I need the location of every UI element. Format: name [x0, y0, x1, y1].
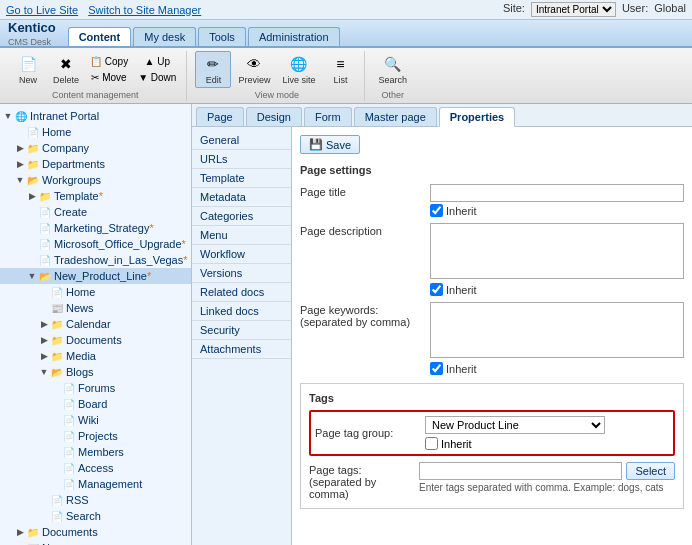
- nav-security[interactable]: Security: [192, 321, 291, 340]
- home-label: Home: [42, 126, 71, 138]
- sidebar-item-create[interactable]: ▶ 📄 Create: [0, 204, 191, 220]
- tab-tools[interactable]: Tools: [198, 27, 246, 46]
- new-button[interactable]: 📄 New: [10, 51, 46, 88]
- down-button[interactable]: ▼ Down: [134, 70, 180, 85]
- nav-template[interactable]: Template: [192, 169, 291, 188]
- workgroups-toggle[interactable]: ▼: [14, 175, 26, 185]
- tab-design[interactable]: Design: [246, 107, 302, 126]
- nav-menu[interactable]: Menu: [192, 226, 291, 245]
- tab-my-desk[interactable]: My desk: [133, 27, 196, 46]
- nav-linked-docs[interactable]: Linked docs: [192, 302, 291, 321]
- sidebar-item-workgroups[interactable]: ▼ 📂 Workgroups: [0, 172, 191, 188]
- page-title-input[interactable]: [430, 184, 684, 202]
- sidebar-item-news-root[interactable]: ▶ 📰 News: [0, 540, 191, 545]
- live-site-button[interactable]: 🌐 Live site: [277, 51, 320, 88]
- sidebar-item-media-npl[interactable]: ▶ 📁 Media: [0, 348, 191, 364]
- nav-related-docs[interactable]: Related docs: [192, 283, 291, 302]
- preview-button[interactable]: 👁 Preview: [233, 51, 275, 88]
- sidebar-item-wiki[interactable]: ▶ 📄 Wiki: [0, 412, 191, 428]
- logo: Kentico CMS Desk: [0, 20, 64, 46]
- sidebar-item-calendar[interactable]: ▶ 📁 Calendar: [0, 316, 191, 332]
- save-button[interactable]: 💾 Save: [300, 135, 360, 154]
- sidebar-item-blogs-npl[interactable]: ▼ 📂 Blogs: [0, 364, 191, 380]
- documents-root-toggle[interactable]: ▶: [14, 527, 26, 537]
- sidebar-item-departments[interactable]: ▶ 📁 Departments: [0, 156, 191, 172]
- page-title-inherit-checkbox[interactable]: [430, 204, 443, 217]
- tab-form[interactable]: Form: [304, 107, 352, 126]
- page-title-label: Page title: [300, 184, 430, 198]
- sidebar-item-management[interactable]: ▶ 📄 Management: [0, 476, 191, 492]
- tab-master-page[interactable]: Master page: [354, 107, 437, 126]
- nav-general[interactable]: General: [192, 131, 291, 150]
- root-toggle[interactable]: ▼: [2, 111, 14, 121]
- tag-group-inherit-checkbox[interactable]: [425, 437, 438, 450]
- sidebar-item-projects[interactable]: ▶ 📄 Projects: [0, 428, 191, 444]
- documents-npl-toggle[interactable]: ▶: [38, 335, 50, 345]
- sidebar-item-home[interactable]: ▶ 📄 Home: [0, 124, 191, 140]
- page-keywords-textarea[interactable]: [430, 302, 684, 358]
- nav-versions[interactable]: Versions: [192, 264, 291, 283]
- media-npl-toggle[interactable]: ▶: [38, 351, 50, 361]
- sidebar-item-marketing[interactable]: ▶ 📄 Marketing_Strategy*: [0, 220, 191, 236]
- copy-button[interactable]: 📋 Copy: [86, 54, 132, 69]
- calendar-toggle[interactable]: ▶: [38, 319, 50, 329]
- nav-categories[interactable]: Categories: [192, 207, 291, 226]
- sidebar-item-root[interactable]: ▼ 🌐 Intranet Portal: [0, 108, 191, 124]
- sidebar-item-rss[interactable]: ▶ 📄 RSS: [0, 492, 191, 508]
- up-button[interactable]: ▲ Up: [134, 54, 180, 69]
- sidebar-item-npl-news[interactable]: ▶ 📰 News: [0, 300, 191, 316]
- company-toggle[interactable]: ▶: [14, 143, 26, 153]
- sidebar-item-forums-npl[interactable]: ▶ 📄 Forums: [0, 380, 191, 396]
- departments-label: Departments: [42, 158, 105, 170]
- sidebar-item-template[interactable]: ▶ 📁 Template*: [0, 188, 191, 204]
- page-tags-input[interactable]: [419, 462, 622, 480]
- search-toolbar-button[interactable]: 🔍 Search: [373, 51, 412, 88]
- go-to-live-site-link[interactable]: Go to Live Site: [6, 4, 78, 16]
- sidebar-item-microsoft[interactable]: ▶ 📄 Microsoft_Office_Upgrade*: [0, 236, 191, 252]
- nav-attachments[interactable]: Attachments: [192, 340, 291, 359]
- sidebar-item-documents-npl[interactable]: ▶ 📁 Documents: [0, 332, 191, 348]
- up-label: ▲ Up: [145, 56, 170, 67]
- sidebar-item-access[interactable]: ▶ 📄 Access: [0, 460, 191, 476]
- tab-page[interactable]: Page: [196, 107, 244, 126]
- microsoft-icon: 📄: [38, 237, 52, 251]
- sidebar-item-company[interactable]: ▶ 📁 Company: [0, 140, 191, 156]
- sidebar-item-tradeshow[interactable]: ▶ 📄 Tradeshow_in_Las_Vegas*: [0, 252, 191, 268]
- new-product-line-toggle[interactable]: ▼: [26, 271, 38, 281]
- tags-title: Tags: [309, 392, 675, 404]
- tab-properties[interactable]: Properties: [439, 107, 515, 127]
- list-button[interactable]: ≡ List: [322, 51, 358, 88]
- sidebar-item-npl-home[interactable]: ▶ 📄 Home: [0, 284, 191, 300]
- tab-content[interactable]: Content: [68, 27, 132, 46]
- tab-administration[interactable]: Administration: [248, 27, 340, 46]
- select-button[interactable]: Select: [626, 462, 675, 480]
- page-keywords-inherit-checkbox[interactable]: [430, 362, 443, 375]
- page-desc-inherit-label: Inherit: [446, 284, 477, 296]
- page-tag-group-select[interactable]: New Product Line: [425, 416, 605, 434]
- page-desc-inherit-row: Inherit: [430, 283, 684, 296]
- sidebar-item-search-npl[interactable]: ▶ 📄 Search: [0, 508, 191, 524]
- logo-area: Kentico CMS Desk: [8, 20, 56, 47]
- sidebar-item-documents-root[interactable]: ▶ 📁 Documents: [0, 524, 191, 540]
- page-desc-inherit-checkbox[interactable]: [430, 283, 443, 296]
- sidebar-item-board[interactable]: ▶ 📄 Board: [0, 396, 191, 412]
- delete-button[interactable]: ✖ Delete: [48, 51, 84, 88]
- nav-metadata[interactable]: Metadata: [192, 188, 291, 207]
- sidebar-item-members[interactable]: ▶ 📄 Members: [0, 444, 191, 460]
- wiki-icon: 📄: [62, 413, 76, 427]
- sidebar-item-new-product-line[interactable]: ▼ 📂 New_Product_Line*: [0, 268, 191, 284]
- new-label: New: [19, 75, 37, 85]
- switch-site-manager-link[interactable]: Switch to Site Manager: [88, 4, 201, 16]
- nav-workflow[interactable]: Workflow: [192, 245, 291, 264]
- move-button[interactable]: ✂ Move: [86, 70, 132, 85]
- page-desc-textarea[interactable]: [430, 223, 684, 279]
- departments-toggle[interactable]: ▶: [14, 159, 26, 169]
- nav-urls[interactable]: URLs: [192, 150, 291, 169]
- down-label: ▼ Down: [138, 72, 176, 83]
- top-bar: Go to Live Site Switch to Site Manager S…: [0, 0, 692, 20]
- blogs-npl-toggle[interactable]: ▼: [38, 367, 50, 377]
- site-select[interactable]: Intranet Portal: [531, 2, 616, 17]
- edit-button[interactable]: ✏ Edit: [195, 51, 231, 88]
- template-toggle[interactable]: ▶: [26, 191, 38, 201]
- management-label: Management: [78, 478, 142, 490]
